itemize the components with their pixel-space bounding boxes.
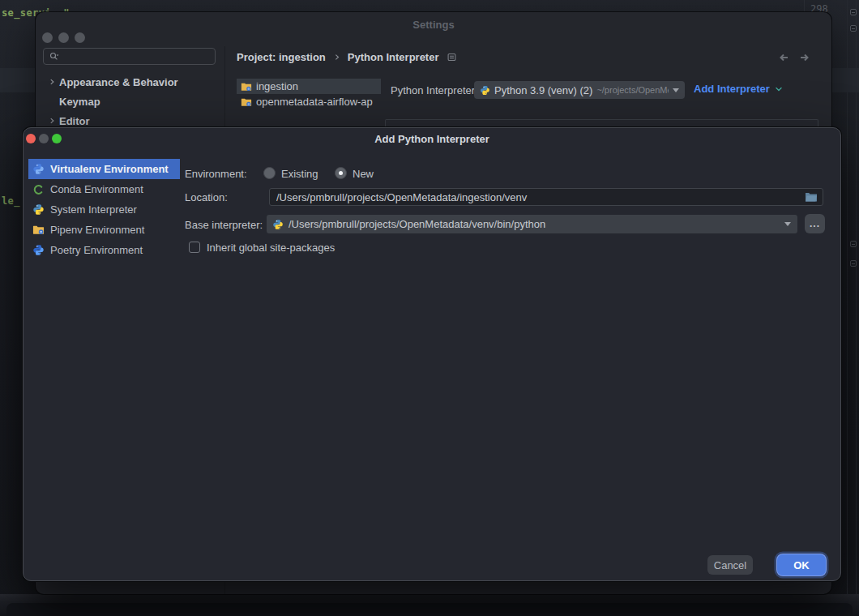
env-type-label: Virtualenv Environment: [50, 163, 169, 175]
sidebar-item-keymap[interactable]: Keymap: [44, 92, 100, 111]
env-type-label: Conda Environment: [50, 183, 143, 195]
conda-icon: [32, 184, 45, 195]
more-options-button[interactable]: ...: [805, 214, 825, 233]
project-list-item-label: openmetadata-airflow-ap: [256, 96, 373, 108]
editor-gutter-line: [804, 0, 805, 13]
dropdown-arrow-icon: [673, 88, 679, 92]
code-fold-icon[interactable]: [850, 241, 857, 247]
base-interpreter-label: Base interpreter:: [185, 219, 263, 231]
poetry-icon: [32, 244, 45, 256]
location-input[interactable]: /Users/pmbrull/projects/OpenMetadata/ing…: [269, 188, 823, 206]
virtualenv-python-icon: [32, 163, 45, 175]
search-icon: [49, 51, 60, 62]
python-icon: [480, 85, 490, 96]
python-folder-icon: [241, 96, 252, 108]
dialog-title: Add Python Interpreter: [24, 133, 840, 145]
env-type-label: System Interpreter: [50, 203, 137, 216]
environment-label: Environment:: [185, 168, 247, 180]
pipenv-folder-icon: [32, 224, 45, 236]
browse-folder-icon[interactable]: [805, 191, 818, 203]
chevron-right-icon: [333, 53, 340, 61]
dropdown-arrow-icon: [784, 222, 791, 226]
interpreter-select-path: ~/projects/OpenMeta: [596, 85, 669, 95]
zoom-button-inactive[interactable]: [75, 32, 85, 43]
radio-new-label[interactable]: New: [353, 168, 374, 180]
sidebar-item-label: Keymap: [59, 96, 100, 108]
code-fold-icon[interactable]: [850, 25, 857, 32]
sidebar-item-label: Editor: [59, 115, 90, 127]
env-type-virtualenv[interactable]: Virtualenv Environment: [28, 159, 180, 179]
settings-window-title: Settings: [36, 19, 831, 31]
base-interpreter-value: /Users/pmbrull/projects/OpenMetadata/ven…: [288, 218, 780, 230]
breadcrumb-project[interactable]: Project: ingestion: [237, 51, 326, 63]
interpreter-label: Python Interpreter:: [391, 84, 478, 96]
breadcrumb: Project: ingestion Python Interpreter: [237, 48, 456, 66]
project-list-item-label: ingestion: [256, 80, 298, 92]
ide-window-bottom-plate: [6, 603, 853, 616]
python-icon: [272, 219, 284, 230]
env-type-pipenv[interactable]: Pipenv Environment: [28, 220, 180, 240]
sidebar-item-label: Appearance & Behavior: [59, 76, 178, 88]
ok-button[interactable]: OK: [777, 554, 826, 575]
inherit-site-packages-label[interactable]: Inherit global site-packages: [207, 242, 335, 254]
env-type-conda[interactable]: Conda Environment: [28, 179, 180, 199]
settings-history-icon[interactable]: [447, 53, 456, 62]
code-fold-icon[interactable]: [850, 9, 857, 15]
base-interpreter-select[interactable]: /Users/pmbrull/projects/OpenMetadata/ven…: [267, 215, 797, 233]
settings-search-input[interactable]: [43, 48, 216, 65]
sidebar-item-appearance-behavior[interactable]: Appearance & Behavior: [44, 72, 178, 92]
chevron-right-icon: [44, 78, 59, 86]
code-fold-icon[interactable]: [850, 260, 857, 267]
cancel-button[interactable]: Cancel: [707, 555, 753, 575]
radio-existing[interactable]: [263, 167, 276, 179]
editor-code-fragment-left: le_: [2, 195, 20, 207]
python-icon: [32, 203, 45, 216]
breadcrumb-page[interactable]: Python Interpreter: [348, 51, 439, 63]
interpreter-select[interactable]: Python 3.9 (venv) (2) ~/projects/OpenMet…: [474, 81, 685, 99]
env-type-label: Pipenv Environment: [50, 224, 144, 236]
interpreter-select-value: Python 3.9 (venv) (2): [494, 84, 592, 96]
env-type-system[interactable]: System Interpreter: [28, 199, 180, 220]
location-label: Location:: [185, 191, 228, 203]
add-interpreter-link[interactable]: Add Interpreter: [694, 83, 783, 95]
radio-new[interactable]: [335, 167, 347, 179]
env-type-label: Poetry Environment: [50, 244, 143, 256]
add-interpreter-link-label: Add Interpreter: [694, 83, 770, 95]
location-input-value: /Users/pmbrull/projects/OpenMetadata/ing…: [276, 191, 805, 203]
add-interpreter-dialog: Add Python Interpreter Virtualenv Enviro…: [23, 127, 841, 581]
forward-arrow-icon[interactable]: [798, 51, 811, 64]
project-list: ingestion openmetadata-airflow-ap: [237, 79, 381, 109]
inherit-site-packages-checkbox[interactable]: [189, 242, 200, 253]
screen: se_servi.." le_ 298 Settings Appearance: [0, 0, 859, 616]
chevron-right-icon: [44, 117, 59, 125]
project-list-item-ingestion[interactable]: ingestion: [237, 79, 381, 94]
minimize-button-inactive[interactable]: [58, 32, 69, 43]
editor-margin-line: [847, 0, 848, 616]
python-folder-icon: [241, 81, 252, 92]
navigation-arrows: [777, 51, 811, 64]
chevron-down-icon: [775, 86, 783, 92]
env-type-poetry[interactable]: Poetry Environment: [28, 240, 180, 260]
close-button-inactive[interactable]: [42, 32, 53, 43]
back-arrow-icon[interactable]: [777, 51, 790, 64]
editor-margin-line: [856, 0, 857, 616]
radio-existing-label[interactable]: Existing: [281, 168, 318, 180]
project-list-item-openmetadata-airflow[interactable]: openmetadata-airflow-ap: [237, 94, 381, 109]
